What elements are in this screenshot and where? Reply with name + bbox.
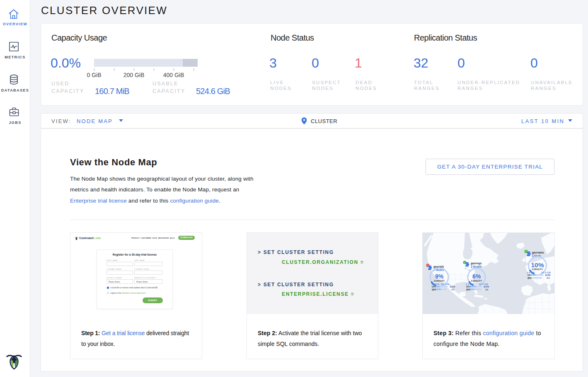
svg-text:3.2 GiB: 3.2 GiB [431, 283, 439, 285]
svg-text:geo=nyc: geo=nyc [471, 262, 482, 265]
svg-text:34.4 GiB: 34.4 GiB [542, 271, 551, 274]
svg-text:CAPACITY: CAPACITY [532, 268, 543, 271]
svg-text:CAPACITY: CAPACITY [434, 280, 445, 282]
svg-text:✓: ✓ [525, 250, 527, 253]
svg-text:4.7: 4.7 [452, 289, 455, 291]
svg-text:QPS: QPS [528, 277, 532, 279]
svg-text:QPS: QPS [432, 289, 436, 291]
svg-text:351 GiB: 351 GiB [440, 283, 449, 285]
svg-text:geo=ams: geo=ams [532, 251, 544, 254]
svg-text:43.7 GiB: 43.7 GiB [479, 283, 488, 285]
svg-text:CPU: CPU [466, 286, 470, 288]
svg-text:3.7 GiB: 3.7 GiB [466, 283, 474, 285]
svg-text:13.3%: 13.3% [545, 274, 550, 276]
svg-text:0.0: 0.0 [486, 289, 489, 291]
svg-text:CPU: CPU [432, 286, 436, 288]
svg-text:2 Nodes: 2 Nodes [471, 265, 482, 268]
svg-text:✓: ✓ [464, 261, 465, 264]
svg-text:6%: 6% [472, 273, 481, 280]
svg-text:42.5%: 42.5% [484, 286, 489, 288]
svg-text:0.4: 0.4 [547, 277, 550, 279]
svg-text:CPU: CPU [528, 274, 532, 276]
svg-text:CAPACITY: CAPACITY [471, 280, 482, 282]
svg-text:10%: 10% [531, 261, 544, 268]
svg-text:QPS: QPS [466, 289, 470, 291]
svg-text:3.6 GiB: 3.6 GiB [527, 271, 535, 274]
svg-text:11.0%: 11.0% [450, 286, 455, 288]
svg-text:9%: 9% [435, 273, 444, 280]
